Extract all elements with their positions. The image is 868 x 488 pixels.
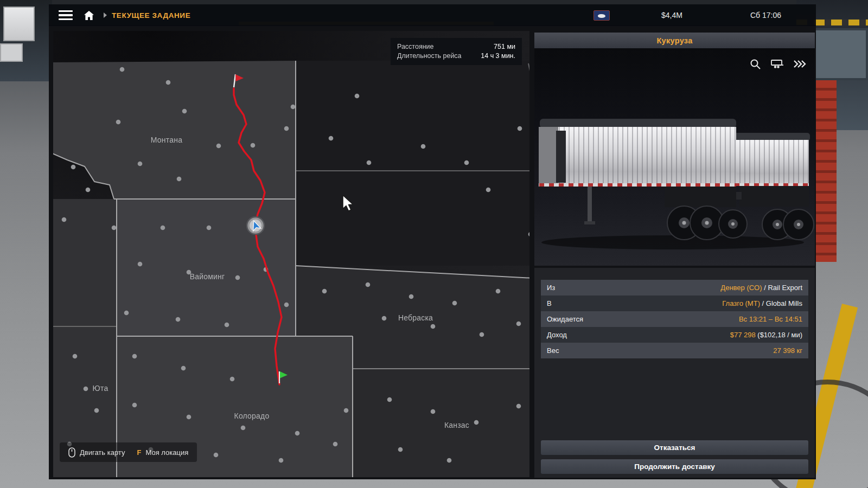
clock-display: Сб 17:06 — [750, 11, 781, 20]
white-crate — [3, 7, 35, 41]
magnifier-icon — [749, 58, 761, 70]
job-detail-rows: ИзДенвер (CO) / Rail ExportВГлазго (MT) … — [541, 280, 808, 358]
state-fills — [53, 61, 529, 477]
money-display: $4,4M — [661, 11, 682, 20]
job-detail-row: ИзДенвер (CO) / Rail Export — [541, 280, 808, 296]
inspect-cargo-button[interactable] — [749, 57, 762, 70]
cargo-title-bar: Кукуруза — [534, 33, 815, 48]
grain-trailer-image — [534, 65, 815, 260]
my-location-label: Моя локация — [145, 448, 188, 457]
distance-value: 751 ми — [494, 43, 515, 50]
home-button[interactable] — [84, 10, 94, 21]
job-detail-row: ОжидаетсяВс 13:21 – Вс 14:51 — [541, 311, 808, 327]
white-crate-small — [0, 43, 23, 62]
drag-map-label: Двигать карту — [80, 448, 125, 457]
drag-map-hint: Двигать карту — [68, 447, 125, 458]
trailer-wheels — [667, 206, 814, 240]
trailer-icon — [771, 59, 784, 69]
map-controls: Двигать карту F Моя локация — [60, 442, 197, 462]
mouse-cursor — [342, 195, 356, 213]
duration-label: Длительность рейса — [397, 52, 462, 60]
job-details-panel: ИзДенвер (CO) / Rail ExportВГлазго (MT) … — [534, 268, 815, 478]
cargo-preview-area — [534, 48, 815, 266]
route-map-panel[interactable]: МонтанаВайомингЮтаКолорадоНебраскаКанзас… — [53, 31, 529, 477]
player-position-marker — [247, 217, 264, 234]
fast-forward-icon — [793, 60, 806, 68]
my-location-hint[interactable]: F Моя локация — [137, 448, 188, 457]
mouse-icon — [68, 447, 75, 458]
location-hotkey: F — [137, 448, 141, 457]
duration-value: 14 ч 3 мин. — [481, 52, 515, 60]
top-bar: ТЕКУЩЕЕ ЗАДАНИЕ $4,4M Сб 17:06 — [49, 4, 816, 26]
cargo-action-icons — [749, 57, 806, 70]
job-detail-row: Вес27 398 кг — [541, 343, 808, 358]
continue-delivery-button[interactable]: Продолжить доставку — [541, 459, 808, 474]
breadcrumb-title: ТЕКУЩЕЕ ЗАДАНИЕ — [112, 11, 190, 20]
route-map[interactable] — [53, 31, 529, 477]
breadcrumb-chevron-icon — [103, 12, 107, 18]
wyoming-flag-icon — [593, 10, 610, 21]
home-icon — [84, 10, 94, 21]
menu-button[interactable] — [59, 10, 73, 20]
trailer-config-button[interactable] — [771, 57, 784, 70]
job-detail-row: Доход$77 298 ($102,18 / ми) — [541, 327, 808, 343]
job-detail-row: ВГлазго (MT) / Global Mills — [541, 296, 808, 311]
cargo-title: Кукуруза — [656, 36, 692, 45]
distance-label: Расстояние — [397, 43, 434, 50]
decline-job-button[interactable]: Отказаться — [541, 440, 808, 455]
skip-delivery-button[interactable] — [793, 57, 806, 70]
route-info-box: Расстояние 751 ми Длительность рейса 14 … — [391, 38, 522, 65]
